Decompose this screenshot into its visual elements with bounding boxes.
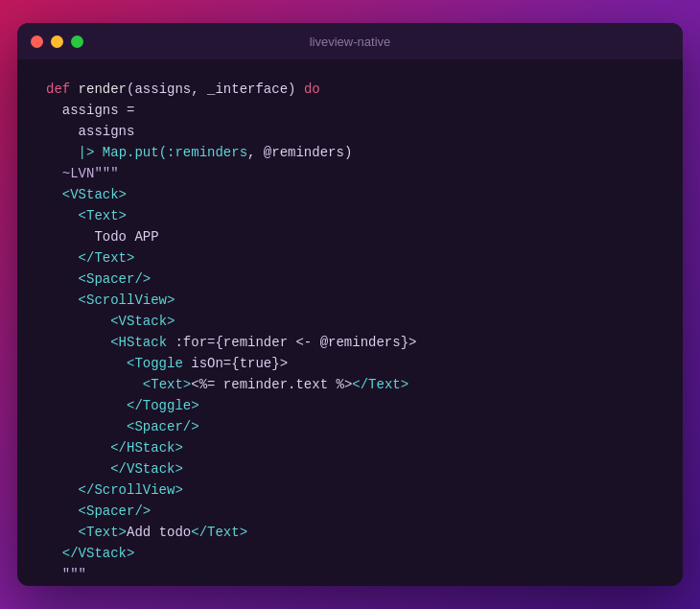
code-line: <Text><%= reminder.text %></Text>: [46, 374, 654, 395]
code-line: <Spacer/>: [46, 416, 654, 437]
code-line: |> Map.put(:reminders, @reminders): [46, 142, 654, 163]
titlebar: liveview-native: [17, 23, 683, 59]
code-line: <Spacer/>: [46, 501, 654, 522]
maximize-button[interactable]: [71, 35, 83, 48]
code-line: <Text>Add todo</Text>: [46, 522, 654, 543]
code-line: assigns: [46, 121, 654, 142]
code-line: assigns =: [46, 100, 654, 121]
code-content: def render(assigns, _interface) do assig…: [17, 59, 683, 586]
code-line: </VStack>: [46, 543, 654, 564]
code-line: end: [46, 585, 654, 586]
code-line: <VStack>: [46, 184, 654, 205]
code-line: </HStack>: [46, 437, 654, 458]
code-line: <Toggle isOn={true}>: [46, 353, 654, 374]
code-line: <ScrollView>: [46, 290, 654, 311]
code-line: <VStack>: [46, 311, 654, 332]
code-line: </VStack>: [46, 458, 654, 480]
code-line: Todo APP: [46, 226, 654, 247]
code-line: </Text>: [46, 247, 654, 269]
code-line: </Toggle>: [46, 395, 654, 416]
window-title: liveview-native: [310, 35, 391, 49]
close-button[interactable]: [31, 35, 43, 48]
code-line: </ScrollView>: [46, 480, 654, 501]
code-editor-window: liveview-native def render(assigns, _int…: [17, 23, 683, 586]
code-line: <HStack :for={reminder <- @reminders}>: [46, 332, 654, 353]
code-line: <Text>: [46, 205, 654, 226]
traffic-lights: [31, 35, 83, 48]
code-line: <Spacer/>: [46, 269, 654, 290]
code-line: """: [46, 564, 654, 585]
minimize-button[interactable]: [51, 35, 63, 48]
code-line: ~LVN""": [46, 163, 654, 184]
code-line: def render(assigns, _interface) do: [46, 79, 654, 100]
